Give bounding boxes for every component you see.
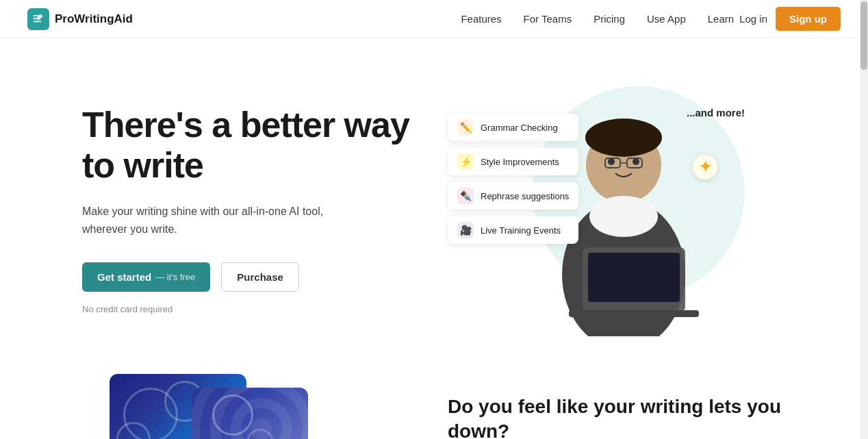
nav-links: Features For Teams Pricing Use App Learn [461,13,734,25]
brand-name: ProWritingAid [55,12,133,26]
hero-title: There's a better way to write [82,105,434,187]
purchase-button[interactable]: Purchase [221,262,299,292]
training-label: Live Training Events [481,225,561,236]
feature-cards-list: ✏️ Grammar Checking ⚡ Style Improvements… [448,114,578,244]
writing-down-title: Do you feel like your writing lets you d… [448,394,800,439]
logo-icon [27,8,49,30]
writing-down-text: Do you feel like your writing lets you d… [407,367,813,439]
feature-card-style: ⚡ Style Improvements [448,148,578,175]
svg-point-14 [589,196,658,237]
more-label: ...and more! [687,107,745,118]
svg-point-6 [608,158,615,165]
svg-point-7 [633,158,639,165]
svg-rect-12 [588,253,680,302]
training-icon: 🎥 [457,222,474,238]
feature-card-rephrase: ✒️ Rephrase suggestions [448,182,578,210]
section-writing-down: My idea in my head Do you feel like your… [0,367,868,439]
hero-cta-group: Get started — it's free Purchase [82,262,434,292]
signup-button[interactable]: Sign up [776,7,841,31]
nav-use-app[interactable]: Use App [647,13,686,25]
hero-subtitle: Make your writing shine with our all-in-… [82,203,370,238]
feature-card-training: 🎥 Live Training Events [448,216,578,244]
svg-rect-2 [34,21,42,22]
style-icon: ⚡ [457,153,474,170]
nav-learn[interactable]: Learn [708,13,734,25]
hero-content: There's a better way to write Make your … [82,105,434,315]
hero-section: There's a better way to write Make your … [0,38,868,367]
grammar-icon: ✏️ [457,119,474,136]
style-label: Style Improvements [481,157,559,167]
scrollbar[interactable] [860,0,868,439]
scrollbar-thumb[interactable] [860,1,867,70]
svg-rect-13 [569,310,699,317]
art-card-2 [192,388,308,439]
art-illustrations: My idea in my head [55,367,407,439]
feature-card-grammar: ✏️ Grammar Checking [448,114,578,141]
nav-for-teams[interactable]: For Teams [524,13,572,25]
plus-badge: ✦ [693,155,717,179]
rephrase-icon: ✒️ [457,188,474,204]
brand-logo-link[interactable]: ProWritingAid [27,8,133,30]
nav-pricing[interactable]: Pricing [593,13,625,25]
svg-point-5 [585,118,662,157]
login-button[interactable]: Log in [739,13,767,25]
no-card-text: No credit card required [82,304,434,314]
grammar-label: Grammar Checking [481,123,558,133]
hero-illustration: ✏️ Grammar Checking ⚡ Style Improvements… [434,79,786,340]
nav-features[interactable]: Features [461,13,501,25]
navbar: ProWritingAid Features For Teams Pricing… [0,0,868,38]
get-started-label: Get started [97,271,151,283]
get-started-button[interactable]: Get started — it's free [82,262,210,292]
rephrase-label: Rephrase suggestions [481,191,569,201]
free-tag: — it's free [155,272,195,282]
